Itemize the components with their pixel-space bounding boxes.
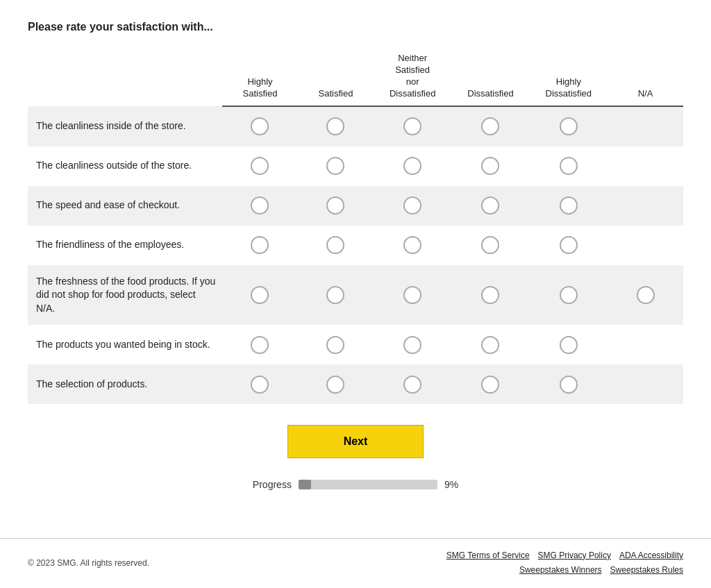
radio-cell-q1-satisfied[interactable] bbox=[298, 106, 374, 146]
radio-cell-q6-highly-dissatisfied[interactable] bbox=[530, 325, 608, 364]
radio-circle[interactable] bbox=[481, 376, 499, 394]
table-row: The friendliness of the employees. bbox=[28, 226, 683, 265]
radio-circle[interactable] bbox=[251, 376, 269, 394]
radio-cell-q7-highly-dissatisfied[interactable] bbox=[530, 364, 608, 404]
question-cell-q4: The friendliness of the employees. bbox=[28, 226, 222, 265]
radio-cell-q4-neither[interactable] bbox=[374, 226, 451, 265]
radio-circle[interactable] bbox=[326, 196, 344, 215]
radio-circle[interactable] bbox=[403, 336, 421, 354]
radio-cell-q6-na bbox=[608, 325, 683, 364]
radio-cell-q5-highly-dissatisfied[interactable] bbox=[530, 265, 608, 326]
radio-circle[interactable] bbox=[403, 196, 421, 215]
radio-cell-q3-neither[interactable] bbox=[374, 186, 451, 226]
radio-circle[interactable] bbox=[481, 157, 499, 175]
footer-link[interactable]: SMG Terms of Service bbox=[446, 551, 530, 560]
radio-circle[interactable] bbox=[326, 157, 344, 175]
radio-cell-q3-satisfied[interactable] bbox=[298, 186, 374, 226]
radio-cell-q2-dissatisfied[interactable] bbox=[451, 146, 529, 186]
radio-cell-q6-neither[interactable] bbox=[374, 325, 451, 364]
radio-circle[interactable] bbox=[560, 376, 578, 394]
next-button[interactable]: Next bbox=[287, 425, 424, 458]
radio-cell-q3-dissatisfied[interactable] bbox=[451, 186, 529, 226]
radio-cell-q7-highly-satisfied[interactable] bbox=[222, 364, 298, 404]
radio-cell-q7-satisfied[interactable] bbox=[298, 364, 374, 404]
page-title: Please rate your satisfaction with... bbox=[28, 21, 683, 33]
radio-circle[interactable] bbox=[326, 286, 344, 304]
footer-links: SMG Terms of ServiceSMG Privacy PolicyAD… bbox=[438, 548, 683, 578]
col-na: N/A bbox=[608, 50, 683, 106]
radio-cell-q1-dissatisfied[interactable] bbox=[451, 106, 529, 146]
radio-circle[interactable] bbox=[481, 117, 499, 135]
radio-cell-q6-highly-satisfied[interactable] bbox=[222, 325, 298, 364]
radio-circle[interactable] bbox=[326, 236, 344, 254]
radio-cell-q4-highly-satisfied[interactable] bbox=[222, 226, 298, 265]
radio-circle[interactable] bbox=[560, 236, 578, 254]
radio-cell-q5-na[interactable] bbox=[608, 265, 683, 326]
footer-link[interactable]: SMG Privacy Policy bbox=[538, 551, 611, 560]
radio-cell-q4-satisfied[interactable] bbox=[298, 226, 374, 265]
survey-table: HighlySatisfied Satisfied NeitherSatisfi… bbox=[28, 50, 683, 404]
radio-circle[interactable] bbox=[560, 336, 578, 354]
question-cell-q1: The cleanliness inside of the store. bbox=[28, 106, 222, 146]
radio-cell-q2-highly-dissatisfied[interactable] bbox=[530, 146, 608, 186]
table-row: The freshness of the food products. If y… bbox=[28, 265, 683, 326]
radio-cell-q2-neither[interactable] bbox=[374, 146, 451, 186]
footer-link[interactable]: ADA Accessibility bbox=[619, 551, 683, 560]
radio-cell-q1-highly-dissatisfied[interactable] bbox=[530, 106, 608, 146]
radio-circle[interactable] bbox=[403, 376, 421, 394]
radio-circle[interactable] bbox=[403, 157, 421, 175]
radio-circle[interactable] bbox=[251, 336, 269, 354]
radio-cell-q5-satisfied[interactable] bbox=[298, 265, 374, 326]
question-cell-q6: The products you wanted being in stock. bbox=[28, 325, 222, 364]
radio-circle[interactable] bbox=[560, 157, 578, 175]
progress-label: Progress bbox=[253, 479, 292, 490]
radio-circle[interactable] bbox=[403, 117, 421, 135]
radio-cell-q4-dissatisfied[interactable] bbox=[451, 226, 529, 265]
radio-cell-q2-satisfied[interactable] bbox=[298, 146, 374, 186]
table-row: The speed and ease of checkout. bbox=[28, 186, 683, 226]
radio-cell-q3-highly-dissatisfied[interactable] bbox=[530, 186, 608, 226]
radio-circle[interactable] bbox=[481, 236, 499, 254]
radio-circle[interactable] bbox=[251, 157, 269, 175]
radio-cell-q4-highly-dissatisfied[interactable] bbox=[530, 226, 608, 265]
radio-cell-q7-neither[interactable] bbox=[374, 364, 451, 404]
radio-circle[interactable] bbox=[560, 196, 578, 215]
col-highly-dissatisfied: HighlyDissatisfied bbox=[530, 50, 608, 106]
page-wrapper: Please rate your satisfaction with... Hi… bbox=[0, 0, 711, 538]
radio-cell-q5-neither[interactable] bbox=[374, 265, 451, 326]
radio-cell-q5-highly-satisfied[interactable] bbox=[222, 265, 298, 326]
radio-cell-q5-dissatisfied[interactable] bbox=[451, 265, 529, 326]
radio-cell-q3-highly-satisfied[interactable] bbox=[222, 186, 298, 226]
radio-circle[interactable] bbox=[403, 236, 421, 254]
footer-link[interactable]: Sweepstakes Rules bbox=[610, 565, 683, 575]
col-satisfied: Satisfied bbox=[298, 50, 374, 106]
table-row: The cleanliness inside of the store. bbox=[28, 106, 683, 146]
question-cell-q3: The speed and ease of checkout. bbox=[28, 186, 222, 226]
radio-cell-q6-dissatisfied[interactable] bbox=[451, 325, 529, 364]
radio-circle[interactable] bbox=[560, 117, 578, 135]
radio-circle[interactable] bbox=[326, 376, 344, 394]
radio-cell-q1-highly-satisfied[interactable] bbox=[222, 106, 298, 146]
radio-cell-q7-dissatisfied[interactable] bbox=[451, 364, 529, 404]
na-placeholder bbox=[637, 235, 655, 253]
radio-cell-q2-highly-satisfied[interactable] bbox=[222, 146, 298, 186]
progress-bar-container bbox=[299, 480, 437, 489]
radio-circle[interactable] bbox=[251, 286, 269, 304]
radio-circle[interactable] bbox=[326, 117, 344, 135]
na-placeholder bbox=[637, 156, 655, 174]
radio-circle[interactable] bbox=[403, 286, 421, 304]
radio-circle[interactable] bbox=[251, 117, 269, 135]
radio-circle[interactable] bbox=[481, 286, 499, 304]
progress-bar-fill bbox=[299, 480, 311, 489]
radio-circle[interactable] bbox=[560, 286, 578, 304]
radio-circle[interactable] bbox=[251, 196, 269, 215]
radio-cell-q6-satisfied[interactable] bbox=[298, 325, 374, 364]
footer-link[interactable]: Sweepstakes Winners bbox=[519, 565, 602, 575]
radio-cell-q1-neither[interactable] bbox=[374, 106, 451, 146]
radio-circle-na[interactable] bbox=[637, 286, 655, 304]
radio-circle[interactable] bbox=[251, 236, 269, 254]
radio-circle[interactable] bbox=[481, 196, 499, 215]
radio-circle[interactable] bbox=[326, 336, 344, 354]
footer: © 2023 SMG. All rights reserved. SMG Ter… bbox=[0, 538, 711, 588]
radio-circle[interactable] bbox=[481, 336, 499, 354]
